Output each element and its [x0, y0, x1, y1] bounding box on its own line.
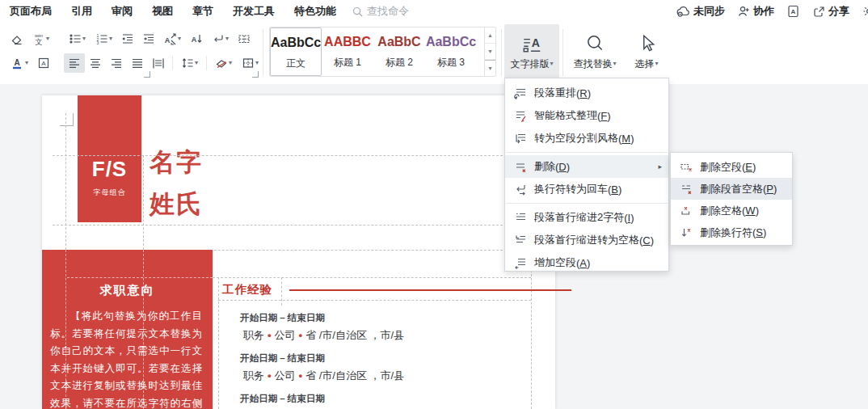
gallery-scroll-down-button[interactable]: ▼ [485, 44, 495, 60]
role-part: 公司 [275, 369, 296, 382]
tab-special-features[interactable]: 特色功能 [294, 4, 336, 19]
collab-label: 协作 [753, 4, 774, 19]
style-sample: AaBbCc [425, 34, 477, 50]
experience-dates[interactable]: 开始日期 – 结束日期 [240, 393, 325, 405]
menu-item-delete[interactable]: 删除D ▸ [505, 155, 668, 178]
menu-item-add-empty-paragraph[interactable]: 增加空段A [505, 251, 668, 274]
justify-button[interactable] [127, 53, 148, 73]
select-label: 选择 [634, 57, 654, 71]
find-replace-icon [584, 33, 605, 54]
select-button[interactable]: 选择▾ [626, 24, 668, 79]
submenu-arrow-icon: ▸ [658, 162, 662, 171]
character-scale-button[interactable]: A▾ [159, 29, 186, 48]
experience-dates[interactable]: 开始日期 – 结束日期 [240, 312, 325, 324]
character-border-button[interactable]: A [33, 53, 54, 73]
submenu-item-delete-spaces[interactable]: 删除空格W [671, 200, 792, 221]
wrap-button[interactable]: ▾ [207, 29, 234, 48]
tab-review[interactable]: 审阅 [112, 4, 133, 19]
grid-line [218, 277, 219, 409]
menu-item-smart-format[interactable]: 智能格式整理F [505, 104, 668, 127]
collaborate-button[interactable]: 协作 [738, 4, 774, 19]
submenu-item-delete-leading-spaces[interactable]: 删除段首空格P [671, 178, 792, 200]
first-name-text[interactable]: 名字 [150, 145, 203, 179]
menu-item-label: 增加空段 [534, 255, 576, 270]
document-canvas: F/S 字母组合 名字 姓氏 求职意向 【将此句替换为你的工作目标。若要将任何提… [0, 84, 868, 409]
gallery-scroll-up-button[interactable]: ▲ [485, 27, 495, 44]
menu-item-label: 删除换行符 [700, 226, 752, 240]
find-replace-button[interactable]: 查找替换▾ [566, 24, 624, 79]
tab-page-layout[interactable]: 页面布局 [10, 4, 52, 19]
grid-line [67, 277, 213, 278]
command-search[interactable]: 查找命令 [352, 4, 409, 19]
settings-button[interactable] [862, 5, 868, 18]
phonetic-guide-button[interactable]: wén文▾ [27, 29, 54, 48]
first-line-indent-icon [513, 210, 534, 225]
experience-rule [289, 289, 571, 291]
text-frame-button[interactable]: A [787, 5, 800, 18]
share-label: 分享 [828, 4, 849, 19]
character-grid-button[interactable] [234, 29, 255, 48]
shading-button[interactable]: ▾ [210, 53, 237, 73]
resume-page[interactable]: F/S 字母组合 名字 姓氏 求职意向 【将此句替换为你的工作目标。若要将任何提… [42, 95, 555, 409]
delete-spaces-icon [679, 204, 700, 218]
cloud-sync-icon [676, 6, 690, 17]
menu-item-label: 智能格式整理 [534, 108, 597, 123]
objective-body[interactable]: 【将此句替换为你的工作目标。若要将任何提示文本替换为你自己的文本，只需选中一行文… [50, 308, 202, 409]
style-card-normal[interactable]: AaBbCc 正文 [270, 27, 322, 76]
text-layout-button[interactable]: A 文字排版▾ [504, 24, 559, 79]
style-sample: AaBbC [373, 34, 425, 50]
style-label: 正文 [271, 57, 321, 70]
menu-item-paragraph-rearrange[interactable]: 段落重排R [505, 82, 668, 104]
tab-references[interactable]: 引用 [71, 4, 92, 19]
gallery-more-button[interactable]: ▼ [485, 60, 495, 76]
ribbon-toolbar: wén文▾ ▾ 123▾ A▾ A ▾ A▾ A ▾ ▾ ▾ [0, 23, 868, 84]
experience-title[interactable]: 工作经验 [222, 282, 272, 297]
logo-block[interactable]: F/S 字母组合 [78, 95, 141, 222]
experience-dates[interactable]: 开始日期 – 结束日期 [240, 352, 325, 365]
experience-role[interactable]: 职务•公司•省 /市/自治区 ，市/县 [243, 328, 404, 343]
underline-color-button[interactable]: A▾ [6, 53, 33, 73]
menu-item-convert-empty-paragraph-style[interactable]: 转为空段分割风格M [505, 127, 668, 150]
submenu-item-delete-linebreaks[interactable]: 删除换行符S [671, 221, 792, 243]
borders-button[interactable]: ▾ [237, 53, 263, 73]
svg-text:A: A [791, 8, 796, 15]
objective-block[interactable]: 求职意向 【将此句替换为你的工作目标。若要将任何提示文本替换为你自己的文本，只需… [42, 250, 213, 409]
align-right-button[interactable] [106, 53, 127, 73]
paragraph-group-launcher[interactable] [252, 71, 259, 78]
clear-format-button[interactable] [6, 29, 27, 48]
text-direction-button[interactable]: A [186, 29, 207, 48]
increase-indent-button[interactable] [138, 29, 159, 48]
distribute-button[interactable] [148, 53, 169, 73]
delete-linebreaks-icon [679, 226, 700, 240]
style-card-heading1[interactable]: AABBC 标题 1 [322, 27, 373, 76]
style-card-heading2[interactable]: AaBbC 标题 2 [373, 27, 425, 76]
role-part: 职务 [243, 369, 264, 382]
logo-monogram: F/S [78, 157, 141, 182]
line-spacing-button[interactable]: ▾ [176, 53, 203, 73]
menu-item-linebreak-to-return[interactable]: 换行符转为回车B [505, 178, 668, 200]
search-placeholder: 查找命令 [367, 4, 409, 19]
delete-icon [513, 159, 534, 174]
tab-section[interactable]: 章节 [192, 4, 213, 19]
font-group-launcher[interactable] [144, 71, 150, 78]
tab-dev-tools[interactable]: 开发工具 [233, 4, 275, 19]
decrease-indent-button[interactable] [117, 29, 138, 48]
numbered-list-button[interactable]: 123▾ [91, 29, 117, 48]
submenu-item-delete-empty-paragraphs[interactable]: 删除空段E [671, 156, 792, 178]
align-left-button[interactable] [64, 53, 85, 73]
share-button[interactable]: 分享 [813, 4, 849, 19]
share-icon [813, 6, 825, 18]
tab-view[interactable]: 视图 [152, 4, 173, 19]
sync-status-button[interactable]: 未同步 [676, 4, 725, 19]
bullet-list-button[interactable]: ▾ [64, 29, 91, 48]
menu-item-first-line-indent-2chars[interactable]: 段落首行缩进2字符I [505, 206, 668, 229]
experience-role[interactable]: 职务•公司•省 /市/自治区 ，市/县 [243, 369, 404, 383]
align-center-button[interactable] [85, 53, 106, 73]
smart-format-icon [513, 108, 534, 123]
style-sample: AABBC [322, 34, 373, 50]
last-name-text[interactable]: 姓氏 [150, 188, 203, 221]
menu-item-indent-to-spaces[interactable]: 段落首行缩进转为空格C [505, 229, 668, 251]
style-card-heading3[interactable]: AaBbCc 标题 3 [425, 27, 477, 76]
style-label: 标题 3 [425, 56, 477, 70]
delete-submenu: 删除空段E 删除段首空格P 删除空格W 删除换行符S [670, 152, 793, 246]
